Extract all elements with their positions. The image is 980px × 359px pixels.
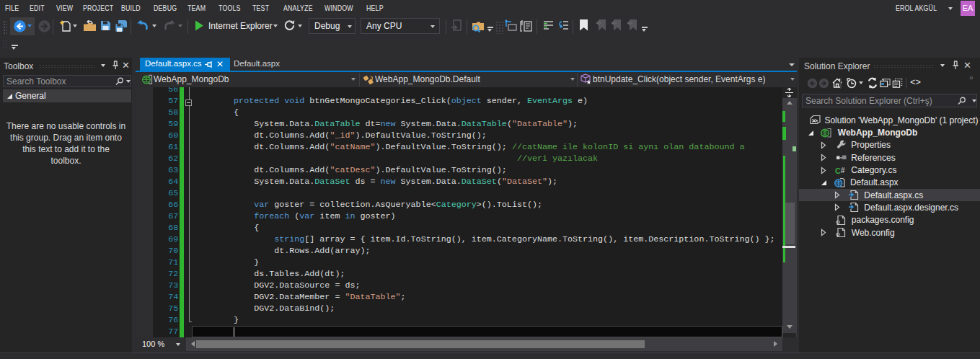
svg-text:#: #	[841, 167, 845, 174]
svg-text:C: C	[835, 167, 841, 175]
